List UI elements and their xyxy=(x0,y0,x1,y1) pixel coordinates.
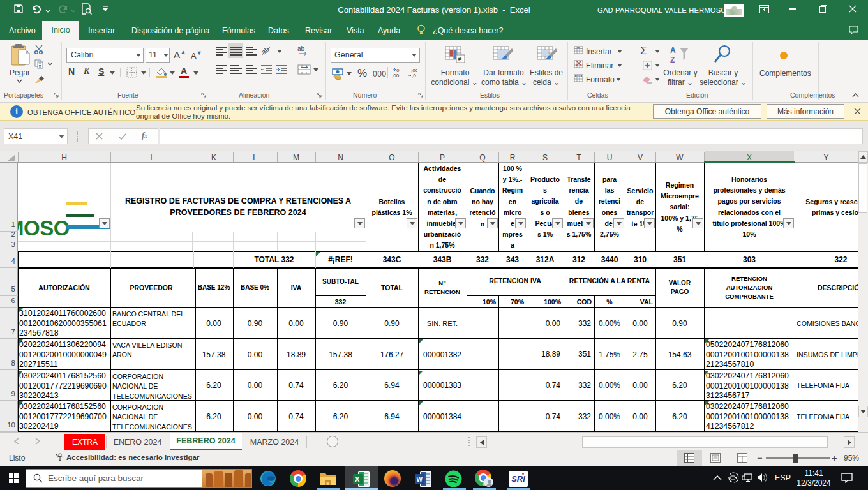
svg-text:,00: ,00 xyxy=(392,73,400,78)
svg-text:X: X xyxy=(355,475,360,483)
svg-text:≠: ≠ xyxy=(458,55,461,63)
svg-text:ab: ab xyxy=(261,45,271,56)
svg-text:W: W xyxy=(417,476,423,483)
svg-text:A: A xyxy=(670,46,676,55)
svg-text:,0: ,0 xyxy=(412,73,416,78)
svg-text:ab: ab xyxy=(297,45,305,52)
svg-text:Z: Z xyxy=(670,56,675,64)
